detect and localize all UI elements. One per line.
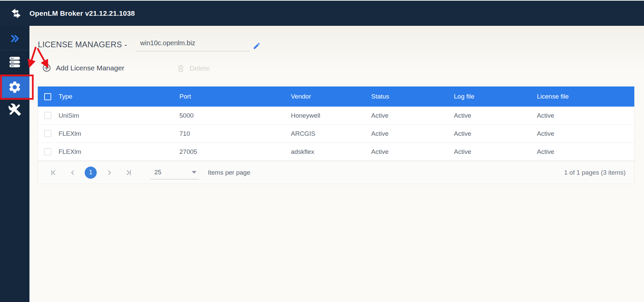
column-header-license-file[interactable]: License file	[532, 93, 634, 100]
tools-icon	[8, 103, 21, 116]
first-page-button[interactable]	[47, 166, 60, 179]
top-bar: OpenLM Broker v21.12.21.1038	[0, 0, 644, 26]
page-title: LICENSE MANAGERS -	[38, 40, 127, 49]
sidebar-item-license-servers[interactable]	[0, 50, 29, 74]
hostname-field[interactable]: win10c.openlm.biz	[136, 39, 249, 51]
license-managers-table: Type Port Vendor Status Log file License…	[37, 86, 635, 184]
add-license-manager-label: Add License Manager	[56, 64, 124, 72]
delete-label: Delete	[189, 64, 210, 72]
add-license-manager-button[interactable]: Add License Manager	[42, 63, 124, 72]
cell-log-file: Active	[449, 130, 532, 137]
cell-vendor: adskflex	[286, 148, 367, 156]
sidebar	[0, 26, 29, 302]
cell-license-file: Active	[532, 130, 634, 137]
table-row[interactable]: FLEXlm 27005 adskflex Active Active Acti…	[38, 143, 634, 161]
current-page-button[interactable]: 1	[85, 167, 97, 179]
column-header-status[interactable]: Status	[367, 93, 449, 100]
sidebar-item-settings[interactable]	[0, 76, 29, 98]
items-per-page-value: 25	[154, 169, 161, 176]
cell-log-file: Active	[449, 112, 532, 119]
next-page-button[interactable]	[103, 166, 116, 179]
cell-license-file: Active	[532, 148, 634, 156]
cell-vendor: Honeywell	[286, 112, 367, 119]
delete-button[interactable]: Delete	[177, 64, 210, 73]
cell-status: Active	[367, 130, 449, 137]
cell-type: FLEXlm	[54, 148, 175, 156]
trash-icon	[177, 64, 185, 73]
chevron-right-icon	[105, 169, 113, 177]
app-title: OpenLM Broker v21.12.21.1038	[29, 9, 135, 17]
column-header-vendor[interactable]: Vendor	[286, 93, 367, 100]
pencil-icon[interactable]	[253, 42, 261, 50]
table-row[interactable]: FLEXlm 710 ARCGIS Active Active Active	[38, 125, 634, 143]
previous-page-button[interactable]	[66, 166, 79, 179]
table-row[interactable]: UniSim 5000 Honeywell Active Active Acti…	[38, 107, 634, 125]
cell-status: Active	[367, 148, 449, 156]
sidebar-item-expand[interactable]	[0, 27, 29, 50]
servers-icon	[8, 55, 22, 69]
items-per-page-label: Items per page	[208, 169, 250, 176]
cell-port: 27005	[175, 148, 286, 156]
main-content: LICENSE MANAGERS - win10c.openlm.biz Add…	[29, 26, 644, 302]
page-summary: 1 of 1 pages (3 items)	[564, 169, 626, 176]
cell-status: Active	[367, 112, 449, 119]
row-checkbox[interactable]	[44, 112, 51, 119]
chevron-down-icon	[192, 171, 196, 174]
column-header-port[interactable]: Port	[175, 93, 286, 100]
cell-type: FLEXlm	[54, 130, 175, 137]
table-toolbar: Add License Manager Delete	[29, 63, 644, 78]
first-page-icon	[49, 168, 58, 177]
column-header-type[interactable]: Type	[54, 93, 175, 100]
column-header-log-file[interactable]: Log file	[449, 93, 532, 100]
last-page-icon	[125, 168, 133, 177]
last-page-button[interactable]	[122, 166, 136, 179]
cell-type: UniSim	[54, 112, 175, 119]
items-per-page-select[interactable]: 25	[150, 166, 199, 179]
chevron-left-icon	[69, 169, 77, 177]
sidebar-item-tools[interactable]	[0, 98, 29, 121]
cell-port: 5000	[175, 112, 286, 119]
openlm-logo-icon	[10, 7, 22, 19]
cell-vendor: ARCGIS	[286, 130, 367, 137]
select-all-checkbox[interactable]	[44, 93, 51, 100]
cell-license-file: Active	[532, 112, 634, 119]
table-header-row: Type Port Vendor Status Log file License…	[38, 86, 634, 107]
circle-plus-icon	[42, 63, 51, 72]
double-chevron-right-icon	[9, 34, 20, 44]
row-checkbox[interactable]	[44, 148, 51, 155]
heading-row: LICENSE MANAGERS - win10c.openlm.biz	[38, 37, 261, 49]
gear-icon	[8, 80, 22, 94]
cell-log-file: Active	[449, 148, 532, 156]
row-checkbox[interactable]	[44, 130, 51, 137]
cell-port: 710	[175, 130, 286, 137]
pagination-bar: 1 25 Items per page 1 of 1 pages (3 item…	[38, 161, 634, 184]
